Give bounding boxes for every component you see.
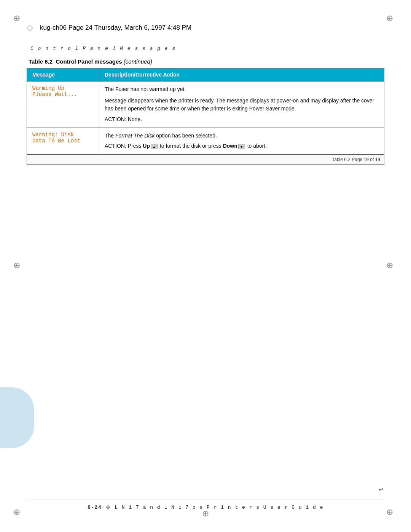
up-arrow-icon: ▲	[151, 144, 158, 149]
table-footer: Table 6.2 Page 19 of 19	[27, 155, 384, 165]
table-caption-prefix: Table 6.2	[29, 58, 53, 65]
page-header: ◇ kug-ch06 Page 24 Thursday, March 6, 19…	[27, 23, 384, 36]
footer-page-num: 6-24	[88, 505, 102, 510]
page-container: ◇ kug-ch06 Page 24 Thursday, March 6, 19…	[0, 0, 411, 532]
header-title: kug-ch06 Page 24 Thursday, March 6, 1997…	[40, 24, 191, 32]
page-footer: 6-24 ❖ L N 1 7 a n d L N 1 7 p s P r i n…	[27, 500, 384, 511]
table-row: Warming Up Please Wait... The Fuser has …	[27, 81, 384, 128]
reg-mark-tr	[386, 13, 398, 25]
message-cell-2: Warning: Disk Data To Be Lost	[27, 128, 99, 154]
decorative-blob	[0, 387, 34, 448]
description-cell-2: The Format The Disk option has been sele…	[99, 128, 384, 154]
control-panel-messages-table: Message Description/Corrective Action Wa…	[27, 68, 384, 155]
table-caption: Table 6.2 Control Panel messages (contin…	[29, 58, 384, 65]
footer-guide-text: L N 1 7 a n d L N 1 7 p s P r i n t e r …	[115, 505, 323, 510]
table-caption-suffix: (continued)	[124, 58, 152, 65]
msg1-line1: Warming Up	[32, 85, 64, 91]
table-caption-main: Control Panel messages	[56, 58, 122, 65]
desc1-line2: Message disappears when the printer is r…	[105, 97, 379, 113]
section-subtitle: C o n t r o l P a n e l M e s s a g e s	[30, 46, 384, 51]
desc2-action: ACTION: Press Up▲ to format the disk or …	[105, 142, 379, 150]
action-mid: to format the disk or press	[158, 143, 223, 149]
msg2-line1: Warning: Disk	[32, 132, 74, 138]
action-suffix: to abort.	[246, 143, 267, 149]
desc1-action: ACTION: None.	[105, 115, 379, 124]
description-cell-1: The Fuser has not warmed up yet. Message…	[99, 81, 384, 128]
corner-mark-small: ↵	[379, 486, 384, 493]
reg-mark-br	[386, 507, 398, 519]
col-header-message: Message	[27, 68, 99, 81]
reg-mark-bl	[13, 507, 25, 519]
desc2-line1: The Format The Disk option has been sele…	[105, 132, 379, 140]
reg-mark-ml	[13, 260, 25, 272]
msg2-line2: Data To Be Lost	[32, 138, 80, 144]
reg-mark-tl	[13, 13, 25, 25]
reg-mark-mr	[386, 260, 398, 272]
down-arrow-icon: ▼	[238, 144, 245, 149]
header-diamond-icon: ◇	[27, 23, 33, 33]
footer-diamond-icon: ❖	[105, 504, 111, 511]
desc1-line1: The Fuser has not warmed up yet.	[105, 85, 379, 94]
table-row: Warning: Disk Data To Be Lost The Format…	[27, 128, 384, 154]
col-header-description: Description/Corrective Action	[99, 68, 384, 81]
msg1-line2: Please Wait...	[32, 91, 77, 97]
message-cell-1: Warming Up Please Wait...	[27, 81, 99, 128]
action-prefix: ACTION: Press	[105, 143, 143, 149]
